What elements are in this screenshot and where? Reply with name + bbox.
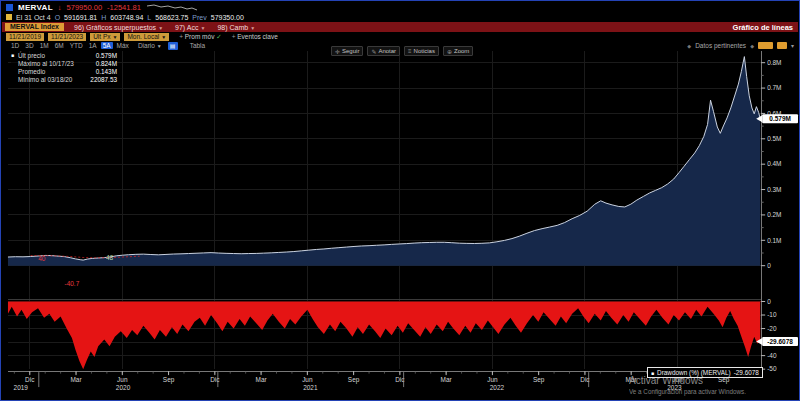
menu-item-label: 96) Gráficos superpuestos [74,24,156,31]
period-tab-3d[interactable]: 3D [23,42,35,49]
tool-label: Seguir [342,48,359,54]
period-tab-ytd[interactable]: YTD [68,42,85,49]
legend-row: Mínimo al 03/18/2022087.53 [11,75,117,83]
drawdown-current-value: -29.6078 [734,369,759,376]
axis-label: Mar [70,376,82,383]
toolbar-field[interactable]: Mon. Local▼ [124,33,169,41]
last-value-marker: -29.6078 [756,337,798,346]
chevron-down-icon: ▼ [157,43,162,49]
chevron-down-icon: ▼ [158,25,163,31]
axis-label: -50 [767,365,777,372]
frequency-dropdown[interactable]: Diario ▼ [138,42,162,49]
chart-action-toolbar: ✛Seguir✎Anotar≡Noticias⊕Zoom [331,46,473,56]
panel-handle-icon[interactable] [6,4,13,11]
toolbar-toggle[interactable]: + Eventos clave [232,33,278,41]
menu-items: 96) Gráficos superpuestos▼97) Acc▼98) Ca… [74,24,255,31]
field-value: 11/21/2023 [51,33,83,40]
check-icon: ✓ [214,33,221,40]
seguir-button[interactable]: ✛Seguir [331,46,363,56]
legend-label: Promedio [18,68,45,75]
noticias-button[interactable]: ≡Noticias [404,46,439,56]
security-header-row: MERVAL ↓ 579950.00 -12541.81 [2,2,798,12]
chart-type-button[interactable]: ▤ [168,42,178,50]
diamond-icon: ◆ [750,43,754,49]
menu-item[interactable]: 96) Gráficos superpuestos▼ [74,24,163,31]
extras-group: + Prom móv ✓+ Eventos clave [179,33,278,41]
legend-value: 22087.53 [90,76,117,83]
right-controls: ◆ Datos pertinentes ◆ ▾ [687,42,794,49]
axis-label: 0 [767,262,771,269]
function-shortcut-button[interactable] [758,42,773,49]
anotar-icon: ✎ [371,48,376,55]
field-value: 11/21/2019 [9,33,41,40]
toolbar-field[interactable]: 11/21/2023 [48,33,86,41]
chevron-down-icon: ▼ [112,34,117,40]
drawdown-legend[interactable]: ■ Drawdown (%) (MERVAL) -29.6078 [647,367,763,378]
period-tab-1d[interactable]: 1D [9,42,21,49]
menu-item[interactable]: 98) Camb▼ [217,24,255,31]
axis-label: 0.5M [767,135,781,142]
axis-label: -40 [767,352,777,359]
anotar-button[interactable]: ✎Anotar [367,46,400,56]
down-arrow-icon: ↓ [58,3,62,12]
activate-windows-watermark-sub: Ve a Configuración para activar Windows. [629,388,746,395]
price-change: -12541.81 [107,3,141,12]
period-tab-máx[interactable]: Máx [115,42,131,49]
chart-annotation: 40 [38,255,46,262]
alert-icon[interactable] [6,14,12,20]
legend-label: Mínimo al 03/18/20 [18,76,72,83]
legend-row: Máximo al 10/17/230.824M [11,59,117,67]
axis-label: Sep [163,376,175,384]
tool-label: Zoom [454,48,469,54]
prev-label: Prev [192,14,206,21]
axis-label: 0.1M [767,237,781,244]
chevron-down-icon: ▼ [161,34,166,40]
high-value: 603748.94 [110,14,143,21]
axis-label: -20 [767,325,777,332]
menu-item[interactable]: 97) Acc▼ [175,24,205,31]
toolbar-field[interactable]: Últ Px▼ [90,33,120,41]
toolbar-field[interactable]: 11/21/2019 [6,33,44,41]
session-label: El 31 Oct 4 [16,14,51,21]
price-chart-canvas[interactable]: 4048-40.70.8M0.7M0.6M0.5M0.4M0.3M0.2M0.1… [1,1,799,400]
period-tab-5a[interactable]: 5A [101,42,113,49]
intraday-sparkline [146,3,198,12]
axis-label: 0 [767,298,771,305]
noticias-icon: ≡ [408,48,412,54]
open-value: 591691.81 [64,14,97,21]
tool-label: Noticias [414,48,435,54]
axis-label: Mar [441,376,453,383]
tool-label: Anotar [378,48,396,54]
toolbar-toggle[interactable]: + Prom móv ✓ [179,33,222,41]
last-value-marker: 0.579M [756,114,798,123]
axis-label: Jun [487,376,498,383]
chevron-down-icon: ▼ [200,25,205,31]
zoom-button[interactable]: ⊕Zoom [443,46,473,56]
last-price: 579950.00 [67,3,102,12]
axis-label: 0.7M [767,84,781,91]
prev-value: 579350.00 [211,14,244,21]
table-button[interactable]: Tabla [190,42,206,49]
legend-row: Promedio0.143M [11,67,117,75]
axis-label: -10 [767,311,777,318]
price-legend-box: ■Últ precio0.579MMáximo al 10/17/230.824… [11,51,117,83]
axis-label: Sep [533,376,545,384]
open-label: O [55,14,60,21]
axis-label: 2019 [14,384,29,391]
toggle-label: Eventos clave [237,33,277,40]
function-shortcut-button[interactable] [777,42,787,49]
low-label: L [147,14,151,21]
field-value: Últ Px [93,33,110,40]
security-tag[interactable]: MERVAL Index [5,23,64,31]
ohlc-row: El 31 Oct 4 O 591691.81 H 603748.94 L 56… [2,12,798,22]
drawdown-area-fill [8,301,760,369]
chevron-down-icon[interactable]: ▾ [791,42,794,49]
related-data-link[interactable]: Datos pertinentes [695,42,746,49]
axis-label: 0.4M [767,160,781,167]
menu-item-label: 97) Acc [175,24,198,31]
series-swatch-icon: ■ [651,370,654,376]
ticker-symbol[interactable]: MERVAL [18,3,53,12]
period-tab-1a[interactable]: 1A [87,42,99,49]
period-tab-6m[interactable]: 6M [53,42,66,49]
period-tab-1m[interactable]: 1M [38,42,51,49]
